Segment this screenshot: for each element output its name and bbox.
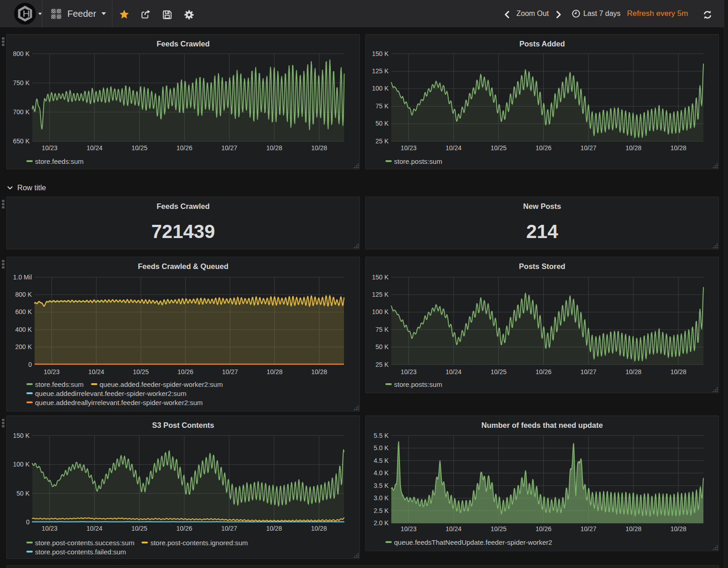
svg-text:0: 0	[26, 518, 30, 526]
svg-text:600 K: 600 K	[15, 308, 32, 315]
svg-text:10/27: 10/27	[581, 144, 597, 152]
svg-text:125 K: 125 K	[372, 67, 389, 75]
svg-text:10/26: 10/26	[536, 368, 551, 375]
svg-text:100 K: 100 K	[13, 461, 30, 468]
svg-text:10/23: 10/23	[44, 368, 60, 375]
svg-text:2.0 K: 2.0 K	[374, 519, 389, 527]
svg-text:10/23: 10/23	[400, 368, 416, 375]
svg-text:10/26: 10/26	[177, 368, 193, 375]
svg-text:50 K: 50 K	[375, 120, 389, 127]
svg-text:10/24: 10/24	[86, 144, 102, 152]
svg-text:10/27: 10/27	[222, 368, 238, 375]
svg-text:400 K: 400 K	[15, 326, 32, 333]
svg-text:0: 0	[28, 361, 32, 368]
svg-text:5.0 K: 5.0 K	[374, 444, 389, 451]
svg-text:10/23: 10/23	[400, 525, 416, 532]
svg-text:10/26: 10/26	[177, 144, 192, 152]
svg-text:10/23: 10/23	[41, 144, 57, 152]
svg-text:10/25: 10/25	[490, 525, 506, 532]
svg-text:10/28: 10/28	[626, 144, 642, 152]
svg-text:10/25: 10/25	[131, 525, 147, 532]
svg-text:4.0 K: 4.0 K	[374, 469, 389, 477]
svg-text:10/27: 10/27	[221, 144, 237, 152]
svg-text:10/28: 10/28	[670, 525, 686, 532]
svg-text:10/25: 10/25	[133, 368, 149, 375]
svg-text:10/26: 10/26	[176, 525, 192, 532]
svg-text:10/27: 10/27	[581, 525, 597, 532]
svg-text:2.5 K: 2.5 K	[374, 507, 389, 514]
svg-text:800 K: 800 K	[13, 50, 30, 57]
svg-text:10/28: 10/28	[626, 368, 642, 375]
svg-text:10/23: 10/23	[400, 144, 416, 152]
svg-text:3.5 K: 3.5 K	[374, 482, 389, 489]
svg-text:10/24: 10/24	[445, 144, 461, 152]
svg-text:10/28: 10/28	[311, 525, 327, 532]
svg-text:800 K: 800 K	[15, 291, 32, 298]
svg-text:10/28: 10/28	[670, 144, 686, 152]
svg-text:750 K: 750 K	[13, 79, 30, 86]
svg-text:25 K: 25 K	[375, 361, 389, 368]
svg-text:10/25: 10/25	[490, 368, 506, 375]
svg-text:10/23: 10/23	[41, 525, 57, 532]
svg-text:3.0 K: 3.0 K	[374, 494, 389, 502]
svg-text:10/28: 10/28	[311, 144, 327, 152]
svg-text:50 K: 50 K	[16, 490, 30, 497]
svg-text:10/24: 10/24	[88, 368, 104, 375]
svg-text:150 K: 150 K	[13, 432, 30, 439]
svg-text:10/27: 10/27	[221, 525, 237, 532]
svg-text:4.5 K: 4.5 K	[374, 457, 389, 464]
svg-text:10/28: 10/28	[311, 368, 327, 375]
svg-text:10/28: 10/28	[267, 368, 283, 375]
svg-text:1.0 Mil: 1.0 Mil	[13, 274, 32, 281]
svg-text:10/24: 10/24	[445, 525, 461, 532]
svg-text:650 K: 650 K	[13, 137, 30, 145]
svg-text:10/24: 10/24	[445, 368, 461, 375]
svg-text:150 K: 150 K	[372, 274, 389, 281]
svg-text:10/24: 10/24	[86, 525, 102, 532]
svg-text:10/27: 10/27	[581, 368, 597, 375]
svg-text:125 K: 125 K	[372, 291, 389, 298]
svg-text:5.5 K: 5.5 K	[374, 432, 389, 439]
svg-text:10/28: 10/28	[670, 368, 686, 375]
svg-text:100 K: 100 K	[372, 85, 389, 92]
svg-text:10/28: 10/28	[266, 144, 282, 152]
svg-text:25 K: 25 K	[375, 137, 389, 145]
svg-text:10/28: 10/28	[266, 525, 282, 532]
svg-text:10/28: 10/28	[626, 525, 642, 532]
svg-text:10/25: 10/25	[131, 144, 147, 152]
svg-text:10/25: 10/25	[490, 144, 506, 152]
svg-text:700 K: 700 K	[13, 108, 30, 116]
svg-text:10/26: 10/26	[536, 525, 551, 532]
svg-text:75 K: 75 K	[375, 102, 389, 110]
svg-text:10/26: 10/26	[536, 144, 551, 152]
svg-text:200 K: 200 K	[15, 343, 32, 350]
svg-text:50 K: 50 K	[375, 343, 389, 350]
svg-text:150 K: 150 K	[372, 50, 389, 57]
svg-text:75 K: 75 K	[375, 326, 389, 333]
svg-text:100 K: 100 K	[372, 308, 389, 315]
